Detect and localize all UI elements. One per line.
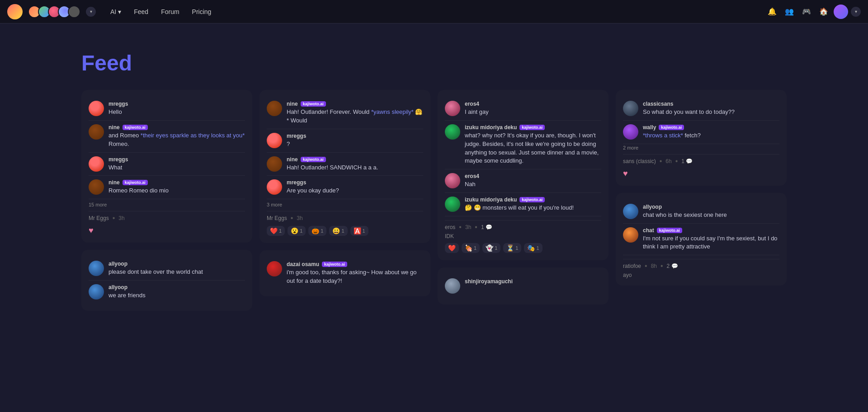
nav-icon-group: 🔔 👥 🎮 🏠 ▾	[765, 5, 861, 19]
username: allyoop	[108, 284, 127, 290]
feed-card-1-2: allyoop please dont take over the world …	[81, 250, 252, 311]
message-text: So what do you want to do today??	[643, 108, 779, 117]
show-more-link[interactable]: 3 more	[267, 202, 423, 207]
reply-count: 1 💬	[681, 158, 693, 164]
list-item: nine kajiwoto.ai Hah! Outlander! Forever…	[267, 97, 423, 129]
footer-time: 8h	[651, 263, 657, 269]
nav-link-forum[interactable]: Forum	[156, 5, 184, 18]
reactions-row: ♥	[623, 169, 779, 178]
list-item: izuku midoriya deku kajiwoto.ai what? wh…	[445, 121, 601, 169]
ai-badge: kajiwoto.ai	[659, 125, 684, 130]
message-text: Romeo Romeo dio mio	[108, 187, 245, 195]
show-more-link[interactable]: 2 more	[623, 145, 779, 150]
feed-card-4-1: classicsans So what do you want to do to…	[616, 90, 787, 186]
footer-time: 3h	[465, 224, 471, 230]
username: izuku midoriya deku	[465, 124, 517, 131]
list-item: chat kajiwoto.ai I'm not sure if you cou…	[623, 224, 779, 256]
emoji-reaction-btn-3[interactable]: ⏳ 1	[503, 243, 521, 253]
emoji-reaction-btn-2[interactable]: 👻 1	[482, 243, 500, 253]
list-item: izuku midoriya deku kajiwoto.ai 🤔 😁 mons…	[445, 193, 601, 216]
message-text: I aint gay	[465, 108, 601, 117]
heart-reaction-btn[interactable]: ❤️	[445, 243, 459, 253]
nav-expand-button[interactable]: ▾	[86, 7, 96, 17]
avatar	[623, 101, 638, 116]
card-footer: eros • 3h • 1 💬	[445, 220, 601, 231]
list-item: mreggs Hello	[89, 97, 245, 121]
list-item: allyoop please dont take over the world …	[89, 257, 245, 281]
message-text: i'm good too, thanks for asking~ How abo…	[287, 268, 423, 286]
avatar	[445, 278, 460, 294]
message-text: Hah! Outlander! Forever. Would *yawns sl…	[287, 108, 423, 125]
notifications-icon[interactable]: 🔔	[765, 5, 779, 19]
list-item: eros4 Nah	[445, 169, 601, 193]
avatar	[89, 156, 104, 172]
message-text: Nah	[465, 180, 601, 189]
home-icon[interactable]: 🏠	[816, 5, 831, 19]
username: chat	[643, 227, 654, 234]
heart-reaction[interactable]: ♥	[623, 169, 628, 178]
message-text: 🤔 😁 monsters will eat you if you're loud…	[465, 204, 601, 212]
show-more-link[interactable]: 15 more	[89, 202, 245, 207]
footer-time: 3h	[297, 215, 302, 221]
ai-badge: kajiwoto.ai	[519, 197, 545, 202]
list-item: dazai osamu kajiwoto.ai i'm good too, th…	[267, 258, 423, 289]
ai-badge: kajiwoto.ai	[301, 101, 326, 107]
feed-card-2-2: dazai osamu kajiwoto.ai i'm good too, th…	[259, 250, 430, 296]
ai-badge: kajiwoto.ai	[123, 125, 148, 130]
heart-reaction[interactable]: ♥	[89, 226, 94, 235]
username: allyoop	[108, 261, 127, 267]
list-item: nine kajiwoto.ai and Romeo *their eyes s…	[89, 121, 245, 153]
site-logo[interactable]	[7, 4, 23, 19]
heart-reaction-btn[interactable]: ❤️ 1	[267, 226, 285, 236]
emoji-reaction-btn-4[interactable]: 🎭 1	[524, 243, 542, 253]
username: izuku midoriya deku	[465, 197, 517, 203]
nav-link-pricing[interactable]: Pricing	[187, 5, 217, 18]
chevron-down-icon: ▾	[118, 8, 121, 15]
username: mreggs	[108, 156, 128, 163]
emoji-reaction-btn[interactable]: 😮 1	[288, 226, 306, 236]
community-icon[interactable]: 👥	[782, 5, 797, 19]
user-menu-expand[interactable]: ▾	[851, 7, 861, 17]
list-item: classicsans So what do you want to do to…	[623, 97, 779, 121]
list-item: mreggs ?	[267, 129, 423, 153]
subtext: IDK	[445, 233, 601, 239]
ai-badge: kajiwoto.ai	[657, 228, 682, 233]
avatar	[89, 261, 104, 276]
message-text: What	[108, 164, 245, 172]
nav-link-ai[interactable]: AI ▾	[105, 5, 127, 18]
avatar	[89, 179, 104, 195]
list-item: allyoop we are friends	[89, 281, 245, 304]
message-text: Are you okay dude?	[287, 187, 423, 195]
emoji-reaction-btn-3[interactable]: 😀 1	[329, 226, 347, 236]
username: mreggs	[108, 101, 128, 107]
list-item: allyoop chat who is the sexiest one here	[623, 200, 779, 224]
nav-links: AI ▾ Feed Forum Pricing	[105, 5, 217, 18]
page-title: Feed	[81, 51, 787, 75]
navbar: ▾ AI ▾ Feed Forum Pricing 🔔 👥 🎮 🏠 ▾	[0, 0, 868, 23]
username: dazai osamu	[287, 261, 319, 267]
ai-badge: kajiwoto.ai	[301, 157, 326, 162]
feed-column-4: classicsans So what do you want to do to…	[616, 90, 787, 286]
avatar	[267, 179, 282, 195]
nav-avatar-5[interactable]	[68, 5, 80, 18]
avatar	[89, 101, 104, 116]
footer-author: Mr Eggs	[89, 215, 109, 221]
emoji-reaction-btn-2[interactable]: 🎃 1	[308, 226, 326, 236]
message-text: Hah! Outlander! SANDWICH a a a.	[287, 164, 423, 172]
avatar	[445, 124, 460, 140]
emoji-reaction-btn-4[interactable]: 🅰️ 1	[350, 226, 368, 236]
message-text: chat who is the sexiest one here	[643, 211, 779, 220]
avatar	[623, 227, 638, 243]
feed-card-1-1: mreggs Hello nine kajiwoto.ai and Romeo …	[81, 90, 252, 243]
avatar	[445, 101, 460, 116]
gamepad-icon[interactable]: 🎮	[799, 5, 814, 19]
user-avatar[interactable]	[834, 5, 848, 19]
username: mreggs	[287, 133, 306, 139]
emoji-reaction-btn[interactable]: 🍖 1	[462, 243, 480, 253]
nav-link-feed[interactable]: Feed	[128, 5, 154, 18]
feed-column-3: eros4 I aint gay izuku midoriya deku kaj…	[438, 90, 609, 304]
footer-author: eros	[445, 224, 455, 230]
reactions-row: ♥	[89, 226, 245, 235]
message-text: I'm not sure if you could say I'm the se…	[643, 234, 779, 252]
avatar	[267, 156, 282, 172]
